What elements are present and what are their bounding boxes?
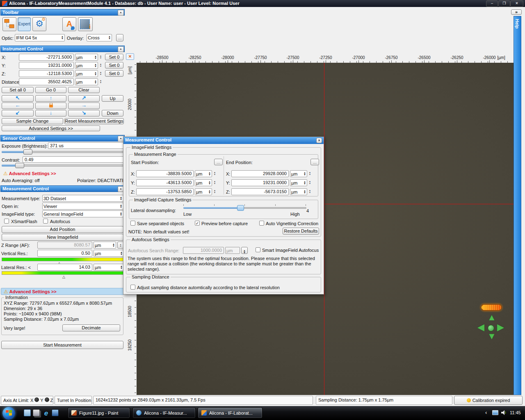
- stage-move-nw-button[interactable]: ↖: [2, 95, 34, 102]
- dialog-axis-spinner-icon[interactable]: [304, 190, 306, 194]
- contrast-slider-thumb[interactable]: [15, 163, 24, 168]
- add-position-button[interactable]: Add Position: [2, 226, 123, 233]
- tray-volume-icon[interactable]: [501, 410, 507, 416]
- measurement-row-select[interactable]: 3D Dataset: [42, 195, 123, 202]
- restore-defaults-button[interactable]: Restore Defaults: [283, 228, 319, 235]
- workflow-button[interactable]: [2, 17, 16, 31]
- z-range-spinner-icon[interactable]: [112, 243, 115, 247]
- set-0-button[interactable]: Set 0: [105, 54, 123, 60]
- axis-outer-spinner-icon[interactable]: [100, 71, 102, 75]
- dialog-axis-spinner-icon[interactable]: [208, 190, 211, 194]
- dialog-axis-field[interactable]: -38839.5000: [136, 170, 194, 177]
- dialog-axis-spinner-icon[interactable]: [304, 172, 306, 176]
- dialog-axis-field[interactable]: 19231.0000: [231, 179, 289, 186]
- nav-up-icon[interactable]: ▲: [487, 312, 496, 323]
- autofocus-checkbox[interactable]: [43, 219, 48, 224]
- close-button[interactable]: ✕: [510, 0, 523, 7]
- quicklaunch-monitor-icon[interactable]: [52, 409, 59, 416]
- dialog-axis-outer-spinner-icon[interactable]: [214, 171, 216, 176]
- dialog-axis-spinner-icon[interactable]: [208, 172, 211, 176]
- dialog-close-button[interactable]: ✕: [316, 138, 322, 143]
- axis-spinner-icon[interactable]: [94, 72, 97, 76]
- settings-button[interactable]: ⚙ ⚙: [32, 17, 46, 31]
- calibration-expired-button[interactable]: Calibration expired: [454, 396, 523, 405]
- start-button[interactable]: [2, 407, 15, 420]
- nav-down-icon[interactable]: ▼: [487, 331, 496, 342]
- save-separated-checkbox[interactable]: [130, 221, 135, 226]
- dialog-axis-outer-spinner-icon[interactable]: [309, 180, 311, 185]
- tray-chevron-icon[interactable]: ‹: [485, 409, 487, 415]
- vignetting-checkbox[interactable]: [259, 221, 264, 226]
- measurement-row-select[interactable]: General ImageField: [42, 210, 123, 217]
- ruler-origin-button[interactable]: ✕: [126, 53, 134, 60]
- dialog-axis-spinner-icon[interactable]: [304, 181, 306, 185]
- vertical-res-spinner-icon[interactable]: [120, 251, 123, 256]
- toolbar-collapse-icon[interactable]: ▲: [118, 10, 124, 16]
- axis-value-field[interactable]: 19231.0000: [19, 62, 74, 69]
- start-measurement-button[interactable]: Start Measurement: [1, 341, 123, 349]
- sensor-advanced-link[interactable]: ⚠Advanced Settings >>: [3, 171, 56, 176]
- lateral-res-unit-select[interactable]: µm: [94, 264, 124, 271]
- stage-move-w-button[interactable]: ←: [2, 103, 34, 109]
- axis-outer-spinner-icon[interactable]: [100, 80, 102, 84]
- stage-move-n-button[interactable]: ↑: [35, 95, 66, 102]
- tray-network-icon[interactable]: [492, 410, 498, 415]
- axis-value-field[interactable]: 35502.4625: [19, 78, 74, 85]
- measurement-row-spinner-icon[interactable]: [120, 212, 122, 216]
- dialog-axis-outer-spinner-icon[interactable]: [214, 189, 216, 194]
- set-all-0-button[interactable]: Set all 0: [2, 87, 34, 93]
- dialog-axis-field[interactable]: 29928.0000: [231, 170, 289, 177]
- vertical-res-unit-select[interactable]: µm: [94, 250, 124, 257]
- nav-center-icon[interactable]: [488, 325, 494, 331]
- axis-outer-spinner-icon[interactable]: [100, 63, 102, 67]
- z-range-unit-select[interactable]: µm: [94, 242, 116, 249]
- lateral-res-spinner-icon[interactable]: [120, 265, 123, 269]
- dialog-axis-outer-spinner-icon[interactable]: [309, 189, 311, 194]
- overlay-spinner-icon[interactable]: [108, 36, 111, 40]
- dialog-axis-unit-select[interactable]: µm: [195, 179, 212, 186]
- axis-unit-select[interactable]: µm: [75, 70, 98, 77]
- dialog-axis-field[interactable]: -5673.0150: [231, 188, 289, 195]
- axis-spinner-icon[interactable]: [94, 64, 97, 68]
- measurement-row-select[interactable]: Viewer: [42, 203, 123, 210]
- dialog-axis-unit-select[interactable]: µm: [195, 170, 212, 177]
- task-paint[interactable]: Figure11.jpg - Paint: [68, 407, 130, 418]
- axis-unit-select[interactable]: µm: [75, 54, 98, 61]
- nav-left-icon[interactable]: ◀: [477, 322, 484, 333]
- sample-change-button[interactable]: Sample Change: [2, 118, 63, 124]
- overlay-more-button[interactable]: ...: [116, 34, 123, 41]
- xsmartflash-checkbox[interactable]: [4, 219, 9, 224]
- help-collapse-button[interactable]: »: [511, 9, 522, 15]
- exposure-slider-thumb[interactable]: [23, 149, 32, 155]
- decimate-button[interactable]: Decimate: [62, 324, 120, 331]
- adjust-sampling-checkbox[interactable]: [130, 285, 135, 290]
- axis-spinner-icon[interactable]: [94, 55, 97, 59]
- stage-move-lock-button[interactable]: [35, 103, 66, 109]
- set-0-button[interactable]: Set 0: [105, 62, 123, 68]
- new-imagefield-button[interactable]: New Imagefield: [2, 234, 123, 241]
- quicklaunch-windows-icon[interactable]: [33, 409, 40, 416]
- contrast-field[interactable]: 0.49: [23, 156, 124, 163]
- measurement-row-spinner-icon[interactable]: [120, 196, 122, 201]
- quicklaunch-desktop-icon[interactable]: [24, 409, 31, 416]
- capture-info-button[interactable]: i: [78, 17, 93, 31]
- stage-move-e-button[interactable]: →: [68, 103, 100, 109]
- instrument-panel-header[interactable]: Instrument Control ▲: [0, 46, 125, 52]
- expert-button[interactable]: Expert: [18, 17, 31, 31]
- vertical-res-field[interactable]: 0.50: [37, 250, 92, 257]
- clear-button[interactable]: Clear: [68, 87, 100, 93]
- stage-move-sw-button[interactable]: ↙: [2, 110, 34, 116]
- axis-unit-select[interactable]: µm: [75, 62, 98, 69]
- measurement-advanced-link[interactable]: ⚠Advanced Settings >>: [1, 288, 124, 295]
- lateral-res-field[interactable]: 14.03: [37, 264, 92, 271]
- preview-checkbox[interactable]: ✓: [195, 221, 200, 226]
- dialog-axis-field[interactable]: -13753.5850: [136, 188, 194, 195]
- dialog-axis-unit-select[interactable]: µm: [290, 179, 307, 186]
- minimize-button[interactable]: –: [486, 0, 498, 7]
- reset-measurement-button[interactable]: Reset Measurement Settings: [64, 118, 124, 124]
- restore-button[interactable]: ❐: [498, 0, 510, 7]
- go-0-button[interactable]: Go 0: [35, 87, 66, 93]
- axis-spinner-icon[interactable]: [94, 80, 97, 84]
- dialog-axis-field[interactable]: -43613.5000: [136, 179, 194, 186]
- dialog-axis-unit-select[interactable]: µm: [290, 170, 307, 177]
